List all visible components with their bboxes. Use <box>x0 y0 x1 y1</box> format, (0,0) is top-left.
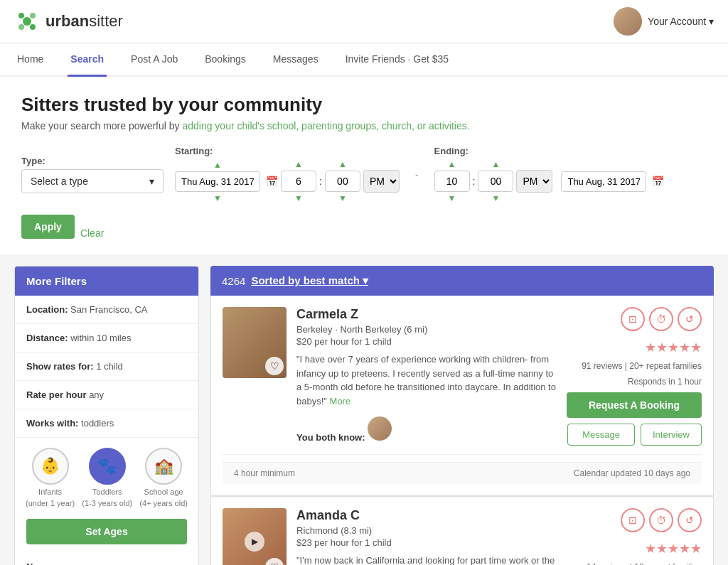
show-rates-label: Show rates for: <box>26 361 96 372</box>
header: urbansitter Your Account ▾ <box>0 0 728 43</box>
reviews-carmela: 91 reviews | 20+ repeat families <box>582 361 702 371</box>
school-icon: 🏫 <box>145 448 182 485</box>
works-with-label: Works with: <box>26 418 81 429</box>
starting-hour-down-arrow[interactable]: ▼ <box>294 193 303 203</box>
infants-label: Infants <box>38 488 62 496</box>
main-content: More Filters Location: San Francisco, CA… <box>0 254 728 565</box>
ending-min-input[interactable] <box>478 171 513 192</box>
nav-messages[interactable]: Messages <box>270 43 321 77</box>
hero-link[interactable]: adding your child's school, parenting gr… <box>182 120 469 131</box>
badge-timer-icon: ⏱ <box>649 307 673 331</box>
sitter-photo-carmela: ♡ <box>223 307 287 378</box>
sitter-name-amanda[interactable]: Amanda C <box>296 508 557 523</box>
card-divider-carmela <box>223 454 702 455</box>
favorite-button-amanda[interactable]: ♡ <box>265 558 284 565</box>
starting-date-block: ▲ ▼ <box>175 160 260 203</box>
hero-subtitle: Make your search more powerful by adding… <box>21 120 707 131</box>
starting-date-input[interactable] <box>175 171 260 192</box>
location-value: San Francisco, CA <box>70 304 147 315</box>
school-sublabel: (4+ years old) <box>139 499 188 507</box>
calendar-icon[interactable]: 📅 <box>266 176 278 187</box>
hero-section: Sitters trusted by your community Make y… <box>0 77 728 139</box>
svg-point-1 <box>18 13 24 18</box>
message-button-carmela[interactable]: Message <box>567 424 635 446</box>
clear-button[interactable]: Clear <box>80 227 104 239</box>
ending-ampm-select[interactable]: PMAM <box>516 170 552 193</box>
type-select[interactable]: Select a type ▾ <box>21 169 164 193</box>
svg-point-0 <box>23 17 31 26</box>
ending-min-up-arrow[interactable]: ▲ <box>492 159 500 169</box>
starting-ampm-select[interactable]: PMAM <box>363 170 400 193</box>
logo[interactable]: urbansitter <box>14 9 123 34</box>
ending-hour-input[interactable] <box>434 171 470 192</box>
show-rates-value: 1 child <box>96 361 123 372</box>
sitter-actions-carmela: ⊡ ⏱ ↺ ★★★★★ 91 reviews | 20+ repeat fami… <box>567 307 702 446</box>
badge-timer-icon-amanda: ⏱ <box>649 508 673 532</box>
sitter-photo-amanda: ▶ ♡ <box>223 508 287 565</box>
stars-carmela: ★★★★★ <box>645 340 702 355</box>
card-top-amanda: ▶ ♡ Amanda C Richmond (8.3 mi) $23 per h… <box>223 508 702 565</box>
badge-repeat-icon-amanda: ↺ <box>678 508 702 532</box>
sitter-location-amanda: Richmond (8.3 mi) <box>296 525 557 536</box>
logo-text: urbansitter <box>46 12 123 31</box>
sitter-location-carmela: Berkeley · North Berkeley (6 mi) <box>296 324 557 335</box>
colon-sep2: : <box>473 176 476 187</box>
toddlers-sublabel: (1-3 years old) <box>82 499 132 507</box>
rate-value: any <box>89 389 104 400</box>
ending-hour-up-arrow[interactable]: ▲ <box>448 159 456 169</box>
sitter-bio-carmela: "I have over 7 years of experience worki… <box>296 353 557 408</box>
favorite-button-carmela[interactable]: ♡ <box>265 357 284 375</box>
page-title: Sitters trusted by your community <box>21 94 707 116</box>
apply-button[interactable]: Apply <box>21 215 75 239</box>
school-label: School age <box>144 488 183 496</box>
age-infants[interactable]: 👶 Infants (under 1 year) <box>26 448 75 507</box>
starting-min-up-arrow[interactable]: ▲ <box>338 159 347 169</box>
interview-button-carmela[interactable]: Interview <box>641 424 702 446</box>
sitter-info-carmela: Carmela Z Berkeley · North Berkeley (6 m… <box>296 307 557 446</box>
starting-time-inputs: ▲ ▼ 📅 ▲ ▼ : ▲ ▼ PMAM <box>175 159 400 203</box>
request-booking-button-carmela[interactable]: Request A Booking <box>567 392 702 418</box>
account-label[interactable]: Your Account ▾ <box>648 16 714 27</box>
navigation: Home Search Post A Job Bookings Messages… <box>0 43 728 77</box>
infants-sublabel: (under 1 year) <box>26 499 75 507</box>
type-field-group: Type: Select a type ▾ <box>21 156 164 193</box>
starting-min-block: ▲ ▼ <box>325 159 360 203</box>
ending-date-input[interactable] <box>561 171 646 192</box>
badge-background-icon: ⊡ <box>621 307 645 331</box>
set-ages-button[interactable]: Set Ages <box>26 519 187 544</box>
age-icons-group: 👶 Infants (under 1 year) 🐾 Toddlers (1-3… <box>15 438 198 513</box>
sitter-bio-amanda: "I'm now back in California and looking … <box>296 554 557 565</box>
reviews-amanda: 14 reviews | 10 repeat families <box>587 562 702 565</box>
badge-icons-carmela: ⊡ ⏱ ↺ <box>621 307 702 331</box>
starting-date-up-arrow[interactable]: ▲ <box>213 160 222 170</box>
nav-post-job[interactable]: Post A Job <box>128 43 181 77</box>
ending-calendar-icon[interactable]: 📅 <box>652 176 664 187</box>
responds-carmela: Responds in 1 hour <box>628 377 702 387</box>
sitter-name-carmela[interactable]: Carmela Z <box>296 307 557 322</box>
ending-min-down-arrow[interactable]: ▼ <box>492 193 500 203</box>
nav-search[interactable]: Search <box>68 43 107 77</box>
age-toddlers[interactable]: 🐾 Toddlers (1-3 years old) <box>82 448 132 507</box>
results-count: 4264 <box>222 275 245 287</box>
sort-label[interactable]: Sorted by best match ▾ <box>251 274 368 287</box>
age-school[interactable]: 🏫 School age (4+ years old) <box>139 448 188 507</box>
starting-date-down-arrow[interactable]: ▼ <box>213 193 222 203</box>
account-menu[interactable]: Your Account ▾ <box>614 7 714 36</box>
search-bar: Type: Select a type ▾ Starting: ▲ ▼ 📅 ▲ … <box>0 139 728 254</box>
sitter-rate-amanda: $23 per hour for 1 child <box>296 537 557 548</box>
nav-invite[interactable]: Invite Friends · Get $35 <box>343 43 452 77</box>
starting-hour-up-arrow[interactable]: ▲ <box>294 159 303 169</box>
calendar-updated-carmela: Calendar updated 10 days ago <box>574 468 690 478</box>
results-section: 4264 Sorted by best match ▾ ♡ Carmela Z … <box>210 266 714 565</box>
nav-bookings[interactable]: Bookings <box>202 43 249 77</box>
play-icon[interactable]: ▶ <box>245 532 264 551</box>
starting-min-input[interactable] <box>325 171 360 192</box>
ending-hour-down-arrow[interactable]: ▼ <box>448 193 456 203</box>
ending-field-group: Ending: ▲ ▼ : ▲ ▼ PMAM 📅 <box>434 146 665 203</box>
rate-label: Rate per hour <box>26 389 89 400</box>
starting-min-down-arrow[interactable]: ▼ <box>338 193 347 203</box>
svg-point-2 <box>30 13 36 18</box>
bio-more-carmela[interactable]: More <box>330 396 351 407</box>
nav-home[interactable]: Home <box>14 43 46 77</box>
starting-hour-input[interactable] <box>281 171 316 192</box>
